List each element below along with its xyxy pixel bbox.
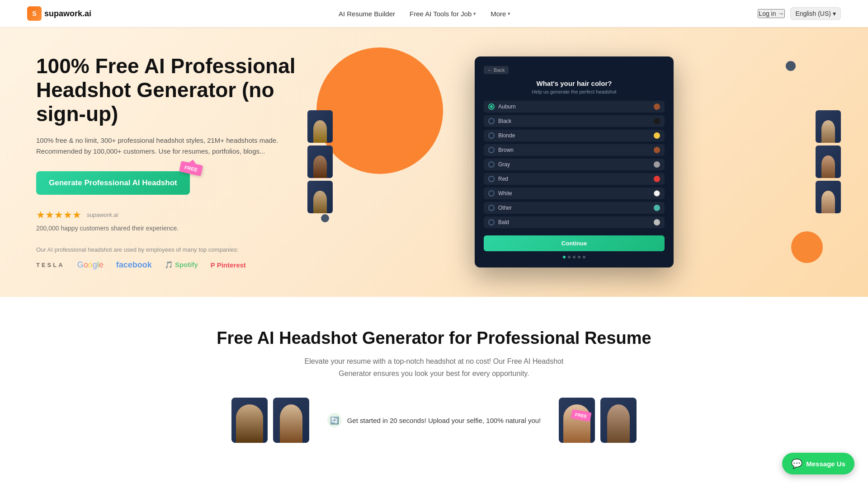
color-swatch bbox=[654, 132, 660, 139]
section2: Free AI Headshot Generator for Professio… bbox=[0, 297, 868, 474]
facebook-logo: facebook bbox=[116, 260, 152, 270]
back-button[interactable]: ← Back bbox=[484, 66, 509, 74]
portrait-thumbnail bbox=[307, 110, 333, 143]
progress-dot bbox=[568, 256, 571, 258]
star-rating: ★★★★★ bbox=[36, 209, 81, 221]
progress-dot bbox=[573, 256, 576, 258]
portraits-right bbox=[816, 110, 841, 213]
login-button[interactable]: Log in → bbox=[758, 9, 785, 18]
hair-option-black[interactable]: Black bbox=[484, 115, 665, 127]
sample-image bbox=[231, 398, 268, 443]
hero-content-left: 100% Free AI Professional Headshot Gener… bbox=[36, 54, 316, 270]
hair-option-auburn[interactable]: Auburn bbox=[484, 101, 665, 113]
progress-dot bbox=[578, 256, 580, 258]
color-swatch bbox=[654, 118, 660, 124]
hair-option-label: Brown bbox=[498, 147, 514, 153]
hair-color-mockup: ← Back What's your hair color? Help us g… bbox=[475, 56, 674, 267]
hair-option-brown[interactable]: Brown bbox=[484, 144, 665, 156]
nav-links: AI Resume Builder Free AI Tools for Job … bbox=[339, 10, 511, 18]
feature-text: Get started in 20 seconds! Upload your s… bbox=[347, 417, 541, 424]
hero-section: 100% Free AI Professional Headshot Gener… bbox=[0, 27, 868, 297]
color-swatch bbox=[654, 161, 660, 168]
decorative-circle-large bbox=[316, 47, 443, 174]
radio-button bbox=[488, 161, 495, 168]
brand-label: supawork.ai bbox=[87, 211, 118, 218]
chevron-down-icon: ▾ bbox=[508, 11, 510, 17]
mockup-help-text: Help us generate the perfect headshot bbox=[484, 89, 665, 94]
hair-option-label: Red bbox=[498, 176, 508, 182]
sample-images-right: FREE bbox=[559, 398, 637, 443]
progress-indicator bbox=[484, 256, 665, 258]
radio-button bbox=[488, 132, 495, 139]
radio-button bbox=[488, 190, 495, 197]
radio-button bbox=[488, 205, 495, 211]
portraits-left bbox=[307, 110, 333, 213]
hero-title: 100% Free AI Professional Headshot Gener… bbox=[36, 54, 316, 126]
feature-icon: 🔄 bbox=[327, 413, 342, 427]
hair-option-blonde[interactable]: Blonde bbox=[484, 130, 665, 141]
continue-button[interactable]: Continue bbox=[484, 235, 665, 251]
section2-title: Free AI Headshot Generator for Professio… bbox=[36, 328, 832, 348]
decorative-dot-top bbox=[786, 61, 796, 71]
generate-headshot-button[interactable]: Generate Professional AI Headshot bbox=[36, 171, 190, 195]
portrait-thumbnail bbox=[307, 145, 333, 178]
cta-wrapper: Generate Professional AI Headshot FREE bbox=[36, 171, 190, 195]
radio-button bbox=[488, 176, 495, 182]
nav-free-tools[interactable]: Free AI Tools for Job ▾ bbox=[410, 10, 476, 18]
section2-subtitle: Elevate your resume with a top-notch hea… bbox=[298, 355, 570, 380]
pinterest-logo: P Pinterest bbox=[211, 261, 246, 269]
tesla-logo: TESLA bbox=[36, 262, 65, 268]
hair-option-label: White bbox=[498, 190, 512, 197]
color-swatch bbox=[654, 147, 660, 153]
progress-dot bbox=[563, 256, 566, 258]
nav-more[interactable]: More ▾ bbox=[491, 10, 510, 18]
hair-option-gray[interactable]: Gray bbox=[484, 159, 665, 170]
chevron-down-icon: ▾ bbox=[473, 11, 476, 17]
google-logo: Google bbox=[77, 260, 104, 270]
color-swatch bbox=[654, 219, 660, 225]
hair-option-white[interactable]: White bbox=[484, 188, 665, 199]
customers-text: 200,000 happy customers shared their exp… bbox=[36, 225, 316, 232]
companies-intro: Our AI professional headshot are used by… bbox=[36, 246, 316, 253]
portrait-thumbnail bbox=[816, 145, 841, 178]
sample-image bbox=[600, 398, 637, 443]
radio-button bbox=[488, 219, 495, 225]
language-selector[interactable]: English (US) ▾ bbox=[790, 7, 841, 20]
hero-content-right: ← Back What's your hair color? Help us g… bbox=[316, 56, 832, 267]
navbar: S supawork.ai AI Resume Builder Free AI … bbox=[0, 0, 868, 27]
color-swatch bbox=[654, 103, 660, 110]
spotify-logo: 🎵 Spotify bbox=[165, 261, 198, 269]
logo-icon: S bbox=[27, 6, 42, 21]
logo[interactable]: S supawork.ai bbox=[27, 6, 91, 21]
mockup-question: What's your hair color? bbox=[484, 80, 665, 87]
hair-option-label: Black bbox=[498, 118, 511, 124]
portrait-thumbnail bbox=[816, 181, 841, 213]
logo-text: supawork.ai bbox=[44, 9, 91, 19]
hair-option-red[interactable]: Red bbox=[484, 173, 665, 185]
message-us-label: Message Us bbox=[806, 460, 845, 468]
section2-content: 🔄 Get started in 20 seconds! Upload your… bbox=[36, 398, 832, 443]
section2-feature: 🔄 Get started in 20 seconds! Upload your… bbox=[327, 413, 541, 427]
color-swatch bbox=[654, 205, 660, 211]
sample-image: FREE bbox=[559, 398, 595, 443]
companies-logos: TESLA Google facebook 🎵 Spotify P Pinter… bbox=[36, 260, 316, 270]
color-swatch bbox=[654, 176, 660, 182]
whatsapp-icon: 💬 bbox=[791, 458, 802, 469]
message-us-button[interactable]: 💬 Message Us bbox=[782, 453, 854, 474]
sample-images bbox=[231, 398, 309, 443]
hair-option-bald[interactable]: Bald bbox=[484, 216, 665, 228]
stars-row: ★★★★★ supawork.ai bbox=[36, 209, 316, 221]
sample-image bbox=[273, 398, 309, 443]
progress-dot bbox=[583, 256, 585, 258]
portrait-thumbnail bbox=[307, 181, 333, 213]
chevron-down-icon: ▾ bbox=[833, 10, 836, 17]
hair-option-label: Blonde bbox=[498, 132, 515, 139]
nav-ai-resume[interactable]: AI Resume Builder bbox=[339, 10, 395, 18]
radio-button bbox=[488, 147, 495, 153]
portrait-thumbnail bbox=[816, 110, 841, 143]
radio-button bbox=[488, 103, 495, 110]
hair-option-other[interactable]: Other bbox=[484, 202, 665, 214]
hair-option-label: Bald bbox=[498, 219, 509, 225]
hair-option-label: Gray bbox=[498, 161, 510, 168]
hair-option-label: Other bbox=[498, 205, 512, 211]
